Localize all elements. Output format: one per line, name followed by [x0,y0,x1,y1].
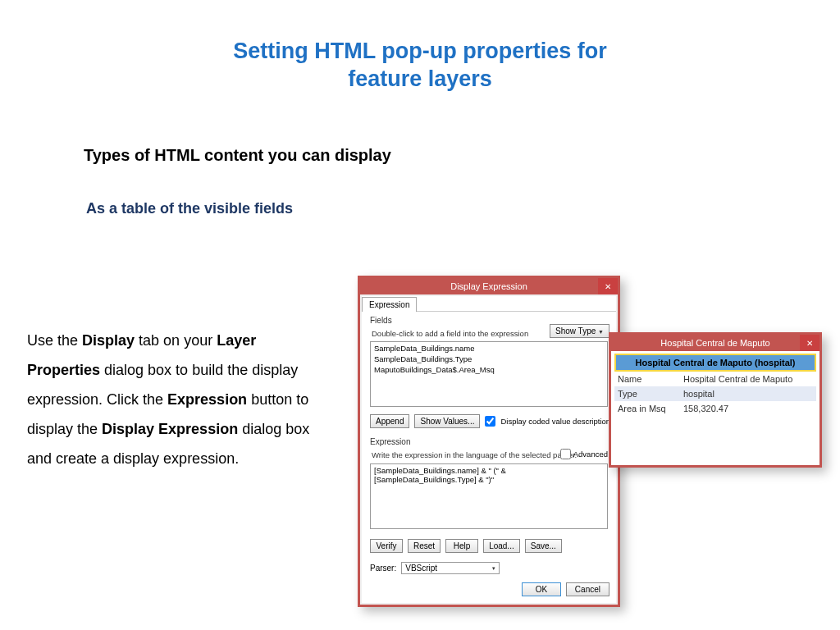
coded-value-checkbox[interactable] [485,416,495,427]
popup-table: Name Hospital Central de Maputo Type hos… [614,372,816,416]
advanced-checkbox[interactable] [560,449,571,459]
show-type-button[interactable]: Show Type ▼ [550,324,609,338]
help-button[interactable]: Help [445,539,478,553]
fields-listbox[interactable]: SampleData_Buildings.name SampleData_Bui… [370,341,608,407]
dialog-titlebar[interactable]: Display Expression ✕ [360,278,618,294]
expression-groupbox-label: Expression [370,437,410,446]
title-line-1: Setting HTML pop-up properties for [233,39,606,63]
expression-hint: Write the expression in the language of … [372,450,577,459]
body-t2: tab on your [135,332,217,349]
close-icon: ✕ [806,339,813,348]
load-button[interactable]: Load... [483,539,520,553]
fields-groupbox-label: Fields [370,316,392,325]
expression-textarea[interactable]: [SampleData_Buildings.name] & " (" & [Sa… [370,463,608,529]
save-button[interactable]: Save... [525,539,562,553]
reset-button[interactable]: Reset [408,539,441,553]
body-paragraph: Use the Display tab on your Layer Proper… [27,326,314,473]
body-b3: Expression [167,391,247,408]
popup-key: Area in Msq [618,404,683,413]
popup-val: 158,320.47 [683,404,813,413]
body-b4: Display Expression [102,421,238,437]
tab-expression[interactable]: Expression [362,297,417,312]
subheading-types: Types of HTML content you can display [84,146,391,165]
body-b1: Display [82,332,135,349]
parser-value: VBScript [405,564,437,573]
parser-row: Parser: VBScript ▾ [370,562,500,574]
ok-cancel-row: OK Cancel [522,582,609,596]
popup-row: Type hospital [614,386,816,401]
field-item[interactable]: SampleData_Buildings.Type [374,354,604,365]
subheading-table: As a table of the visible fields [86,200,293,217]
popup-title: Hospital Central de Maputo [660,338,769,348]
coded-value-label: Display coded value description [500,417,610,426]
advanced-label: Advanced [573,450,608,459]
tab-strip: Expression [362,296,616,312]
parser-label: Parser: [370,564,396,573]
show-values-button[interactable]: Show Values... [414,414,480,428]
slide-title: Setting HTML pop-up properties for featu… [0,0,840,94]
cancel-button[interactable]: Cancel [566,582,609,596]
close-icon: ✕ [605,282,611,291]
chevron-down-icon: ▾ [492,565,495,572]
action-button-row: Verify Reset Help Load... Save... [370,539,562,553]
popup-key: Type [618,389,683,399]
popup-header: Hospital Central de Maputo (hospital) [614,354,816,372]
popup-val: hospital [683,389,813,399]
popup-row: Area in Msq 158,320.47 [614,401,816,416]
show-type-label: Show Type [555,326,596,336]
mid-button-row: Append Show Values... Display coded valu… [370,414,610,428]
fields-hint: Double-click to add a field into the exp… [372,329,528,338]
display-expression-dialog: Display Expression ✕ Expression Fields D… [358,276,620,607]
field-item[interactable]: SampleData_Buildings.name [374,344,604,354]
body-t1: Use the [27,332,82,349]
verify-button[interactable]: Verify [370,539,403,553]
title-line-2: feature layers [348,66,492,91]
popup-close-button[interactable]: ✕ [800,335,819,351]
ok-button[interactable]: OK [522,582,561,596]
parser-dropdown[interactable]: VBScript ▾ [401,562,500,574]
field-item[interactable]: MaputoBuildings_Data$.Area_Msq [374,365,604,376]
dialog-title: Display Expression [450,281,527,291]
expression-text: [SampleData_Buildings.name] & " (" & [Sa… [374,466,506,484]
popup-val: Hospital Central de Maputo [683,374,813,384]
popup-key: Name [618,374,683,384]
popup-titlebar[interactable]: Hospital Central de Maputo ✕ [611,335,819,351]
advanced-row: Advanced [560,449,608,459]
close-button[interactable]: ✕ [598,278,618,294]
chevron-down-icon: ▼ [598,329,604,335]
feature-popup: Hospital Central de Maputo ✕ Hospital Ce… [609,332,822,468]
dialog-body: Expression Fields Double-click to add a … [362,296,616,603]
popup-row: Name Hospital Central de Maputo [614,372,816,386]
append-button[interactable]: Append [370,414,409,428]
